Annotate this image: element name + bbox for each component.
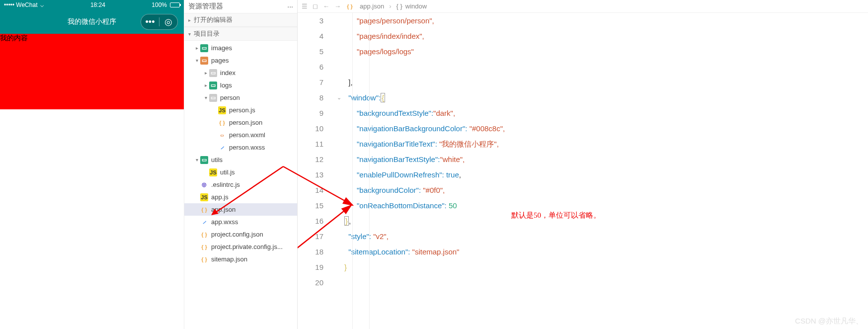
tree-folder-images[interactable]: ▸▭images [184, 42, 297, 54]
status-time: 18:24 [44, 1, 152, 8]
folder-icon: ▭ [209, 69, 217, 77]
folder-icon: ▭ [209, 82, 217, 89]
line-number-gutter: 34567891011121314151617181920 [298, 13, 333, 329]
tree-folder-person[interactable]: ▾▭person [184, 91, 297, 104]
simulator-page-rest [0, 109, 184, 329]
code-editor[interactable]: 34567891011121314151617181920 ⌄ "pages/p… [298, 13, 868, 329]
section-project-dir[interactable]: ▾ 项目目录 [184, 27, 297, 41]
nav-forward-icon[interactable]: → [334, 2, 341, 10]
explorer-more-icon[interactable]: ··· [287, 2, 293, 10]
annotation-text: 默认是50，单位可以省略。 [511, 211, 601, 220]
tree-file-person-json[interactable]: { }person.json [184, 116, 297, 129]
tree-file-person-js[interactable]: JSperson.js [184, 104, 297, 116]
js-icon: JS [209, 168, 217, 176]
nav-back-icon[interactable]: ← [323, 2, 329, 10]
bookmark-icon[interactable]: ◻ [313, 2, 318, 10]
breadcrumb-file[interactable]: { } app.json [346, 2, 384, 10]
eslint-icon: ◎ [200, 181, 208, 189]
capsule-close-icon[interactable]: ◎ [159, 16, 177, 27]
json-icon: { } [200, 231, 208, 239]
simulator-page-content: 我的内容 [0, 34, 184, 109]
folder-icon: ▭ [209, 94, 217, 102]
status-battery: 100% [152, 1, 180, 8]
battery-icon [170, 2, 180, 7]
folder-icon: ▭ [200, 57, 208, 65]
simulator-panel: ••••• WeChat⌵ 18:24 100% 我的微信小程序 ••• ◎ 我… [0, 0, 184, 329]
tree-folder-utils[interactable]: ▾▭utils [184, 154, 297, 166]
tree-file-app-wxss[interactable]: ⟋app.wxss [184, 216, 297, 228]
chevron-right-icon: ▸ [188, 17, 191, 23]
explorer-title: 资源管理器 [188, 2, 223, 11]
section-open-editors[interactable]: ▸ 打开的编辑器 [184, 13, 297, 27]
json-icon: { } [200, 206, 208, 214]
capsule-button[interactable]: ••• ◎ [141, 14, 178, 30]
explorer-header: 资源管理器 ··· [184, 0, 297, 13]
outline-icon[interactable]: ☰ [302, 2, 308, 10]
tree-folder-logs[interactable]: ▸▭logs [184, 79, 297, 91]
tree-file-app-js[interactable]: JSapp.js [184, 191, 297, 203]
folder-icon: ▭ [200, 156, 208, 164]
tree-folder-pages[interactable]: ▾▭pages [184, 54, 297, 67]
chevron-down-icon: ▾ [188, 31, 191, 37]
js-icon: JS [200, 193, 208, 201]
tree-file-eslintrc[interactable]: ◎.eslintrc.js [184, 178, 297, 191]
tree-file-sitemap[interactable]: { }sitemap.json [184, 253, 297, 265]
code-content[interactable]: "pages/person/person", "pages/index/inde… [344, 13, 505, 329]
file-tree: ▸▭images ▾▭pages ▸▭index ▸▭logs ▾▭person… [184, 41, 297, 329]
watermark: CSDN @亦世凡华、 [795, 317, 863, 326]
wxml-icon: ‹› [218, 131, 226, 139]
editor-panel: ☰ ◻ ← → { } app.json › { } window 345678… [298, 0, 868, 329]
explorer-panel: 资源管理器 ··· ▸ 打开的编辑器 ▾ 项目目录 ▸▭images ▾▭pag… [184, 0, 298, 329]
fold-icon[interactable]: ⌄ [333, 90, 344, 105]
wxss-icon: ⟋ [218, 144, 226, 152]
wxss-icon: ⟋ [200, 218, 208, 226]
tree-file-project-config[interactable]: { }project.config.json [184, 228, 297, 241]
tree-file-person-wxss[interactable]: ⟋person.wxss [184, 141, 297, 154]
simulator-nav-bar: 我的微信小程序 ••• ◎ [0, 10, 184, 34]
nav-title: 我的微信小程序 [68, 17, 116, 26]
tree-folder-index[interactable]: ▸▭index [184, 67, 297, 79]
json-icon: { } [200, 243, 208, 251]
tree-file-person-wxml[interactable]: ‹›person.wxml [184, 129, 297, 141]
capsule-menu-icon[interactable]: ••• [141, 17, 159, 27]
folder-icon: ▭ [200, 44, 208, 52]
tree-file-util-js[interactable]: JSutil.js [184, 166, 297, 178]
status-carrier: ••••• WeChat⌵ [4, 1, 44, 8]
breadcrumb-bar: ☰ ◻ ← → { } app.json › { } window [298, 0, 868, 13]
json-icon: { } [218, 119, 226, 127]
breadcrumb-segment[interactable]: { } window [396, 2, 427, 10]
json-icon: { } [200, 255, 208, 263]
js-icon: JS [218, 106, 226, 114]
breadcrumb-sep: › [389, 2, 391, 10]
tree-file-app-json[interactable]: { }app.json [184, 203, 297, 216]
tree-file-project-private[interactable]: { }project.private.config.js... [184, 241, 297, 253]
fold-gutter: ⌄ [333, 13, 344, 329]
json-icon: { } [346, 2, 354, 10]
simulator-status-bar: ••••• WeChat⌵ 18:24 100% [0, 0, 184, 10]
